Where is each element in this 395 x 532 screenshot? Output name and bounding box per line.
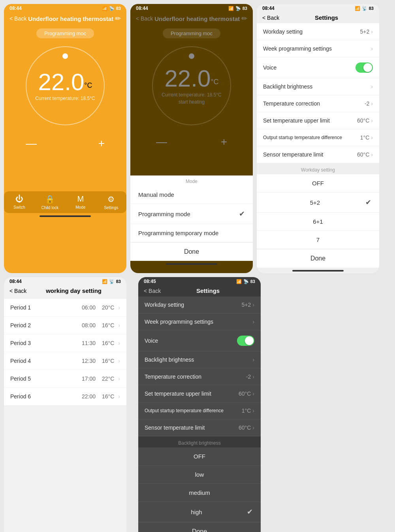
screen2-prog-badge: Programming moc	[163, 28, 220, 38]
temp-correction-value: -2	[365, 100, 369, 107]
screen1-nav: < Back Underfloor heating thermostat ✏	[4, 13, 126, 25]
s5-backlight-chevron: ›	[252, 357, 254, 363]
s5-off-item[interactable]: OFF	[138, 447, 261, 466]
period6-temp: 16°C	[102, 393, 114, 400]
screen1-bottom-bar: ⏻ Switch 🔒 Child lock M Mode ⚙ Settings	[4, 191, 126, 213]
screen2-back-button[interactable]: < Back	[136, 15, 153, 22]
programming-mode-label: Programming mode	[138, 211, 239, 217]
programming-temp-mode-item[interactable]: Programming temporary mode	[130, 224, 253, 242]
period3-item[interactable]: Period 3 11:30 16°C ›	[4, 334, 126, 352]
s5-medium-label: medium	[146, 489, 253, 496]
workday-off-item[interactable]: OFF	[257, 174, 379, 192]
screen4-phone: 08:44 📶 📡 83 < Back working day setting …	[4, 277, 126, 532]
screen5-time: 08:45	[144, 279, 156, 284]
backlight-item[interactable]: Backlight brightness ›	[257, 78, 379, 95]
temp-correction-item[interactable]: Temperature correction -2 ›	[257, 95, 379, 112]
wifi-icon: 📡	[109, 279, 115, 284]
screen5-back-button[interactable]: < Back	[144, 288, 161, 294]
screen5-nav-title: Settings	[161, 287, 255, 294]
output-startup-label: Output startup temperature difference	[263, 135, 360, 140]
s5-high-check: ✔	[247, 507, 253, 516]
s5-voice-toggle[interactable]	[237, 336, 254, 346]
battery-icon: 83	[369, 6, 374, 11]
screen5-phone: 08:45 📶 📡 83 < Back Settings Workday set…	[138, 277, 261, 532]
period5-temp: 22°C	[102, 375, 114, 382]
voice-item[interactable]: Voice	[257, 57, 379, 78]
screen1-edit-icon[interactable]: ✏	[115, 14, 121, 23]
screen1-status-bar: 08:44 📶 📡 83	[4, 4, 126, 13]
screen2-thermo-circle: 22.0°C Current temperature: 18.5°C start…	[152, 46, 231, 125]
screen3-time: 08:44	[262, 6, 275, 11]
s5-sensor-temp-item[interactable]: Sensor temperature limit 60°C ›	[138, 419, 261, 436]
s5-week-prog-item[interactable]: Week programming settings ›	[138, 313, 261, 330]
period3-chevron: ›	[118, 340, 120, 346]
s5-output-startup-item[interactable]: Output startup temperature difference 1°…	[138, 402, 261, 419]
screen3-nav: < Back Settings	[257, 13, 379, 23]
temp-upper-limit-item[interactable]: Set temperature upper limit 60°C ›	[257, 112, 379, 129]
settings-button[interactable]: ⚙ Settings	[96, 191, 127, 213]
s5-temp-correction-item[interactable]: Temperature correction -2 ›	[138, 368, 261, 385]
screen2-thermo-dot	[189, 53, 194, 59]
screen2-decrease-button[interactable]: —	[156, 136, 167, 148]
temperature-value: 22.0	[38, 69, 85, 95]
workday-setting-item[interactable]: Workday setting 5+2 ›	[257, 23, 379, 40]
screen5-done-button[interactable]: Done	[138, 522, 261, 532]
backlight-label: Backlight brightness	[263, 83, 371, 90]
s5-voice-item[interactable]: Voice	[138, 330, 261, 351]
period4-item[interactable]: Period 4 12:30 16°C ›	[4, 352, 126, 370]
s5-medium-item[interactable]: medium	[138, 484, 261, 502]
output-startup-item[interactable]: Output startup temperature difference 1°…	[257, 129, 379, 146]
period-list: Period 1 06:00 20°C › Period 2 08:00 16°…	[4, 299, 126, 406]
wifi-icon: 📡	[362, 6, 367, 11]
period3-temp: 16°C	[102, 340, 114, 346]
workday-6plus1-item[interactable]: 6+1	[257, 213, 379, 231]
switch-button[interactable]: ⏻ Switch	[4, 191, 35, 213]
s5-sensor-temp-value: 60°C	[239, 424, 251, 431]
s5-backlight-label: Backlight brightness	[145, 357, 252, 363]
manual-mode-item[interactable]: Manual mode	[130, 186, 253, 204]
screen2-edit-icon[interactable]: ✏	[241, 14, 247, 23]
childlock-button[interactable]: 🔒 Child lock	[35, 191, 66, 213]
switch-label: Switch	[13, 205, 25, 209]
screen3-back-button[interactable]: < Back	[262, 15, 279, 21]
screen3-done-button[interactable]: Done	[257, 249, 379, 268]
screen1-body: Programming moc 22.0°C Current temperatu…	[4, 25, 126, 191]
period6-item[interactable]: Period 6 22:00 16°C ›	[4, 388, 126, 406]
screen4-status-bar: 08:44 📶 📡 83	[4, 277, 126, 286]
s5-toggle-thumb	[245, 336, 254, 345]
s5-high-label: high	[146, 509, 247, 515]
voice-toggle[interactable]	[356, 62, 373, 73]
increase-button[interactable]: +	[98, 137, 105, 150]
period1-item[interactable]: Period 1 06:00 20°C ›	[4, 299, 126, 317]
sensor-temp-limit-item[interactable]: Sensor temperature limit 60°C ›	[257, 146, 379, 163]
screen4-nav: < Back working day setting	[4, 286, 126, 296]
screen2-increase-button[interactable]: +	[221, 136, 227, 148]
s5-high-item[interactable]: high ✔	[138, 502, 261, 522]
screen2-done-button[interactable]: Done	[130, 242, 253, 261]
mode-button[interactable]: M Mode	[65, 191, 96, 213]
signal-icon: 📶	[102, 279, 107, 284]
s5-backlight-item[interactable]: Backlight brightness ›	[138, 351, 261, 368]
s5-temp-upper-item[interactable]: Set temperature upper limit 60°C ›	[138, 385, 261, 402]
programming-mode-item[interactable]: Programming mode ✔	[130, 204, 253, 224]
period2-item[interactable]: Period 2 08:00 16°C ›	[4, 317, 126, 334]
screen4-back-button[interactable]: < Back	[9, 288, 26, 294]
period5-item[interactable]: Period 5 17:00 22°C ›	[4, 370, 126, 388]
period2-temp: 16°C	[102, 322, 114, 328]
screen1-phone: 08:44 📶 📡 83 < Back Underfloor heating t…	[4, 4, 126, 273]
screen1-back-button[interactable]: < Back	[9, 15, 26, 22]
sensor-temp-chevron: ›	[371, 151, 373, 158]
decrease-button[interactable]: —	[26, 137, 37, 150]
week-prog-item[interactable]: Week programming settings ›	[257, 40, 379, 57]
s5-low-item[interactable]: low	[138, 466, 261, 484]
s5-temp-upper-chevron: ›	[252, 391, 254, 397]
workday-7-item[interactable]: 7	[257, 231, 379, 249]
backlight-chevron: ›	[371, 83, 373, 90]
workday-5plus2-item[interactable]: 5+2 ✔	[257, 192, 379, 213]
mode-icon: M	[77, 194, 84, 204]
signal-icon: 📶	[355, 6, 360, 11]
s5-workday-item[interactable]: Workday setting 5+2 ›	[138, 296, 261, 313]
screen1-status-icons: 📶 📡 83	[102, 6, 121, 11]
s5-temp-upper-value: 60°C	[239, 391, 251, 397]
bottom-row: 08:44 📶 📡 83 < Back working day setting …	[4, 277, 391, 532]
